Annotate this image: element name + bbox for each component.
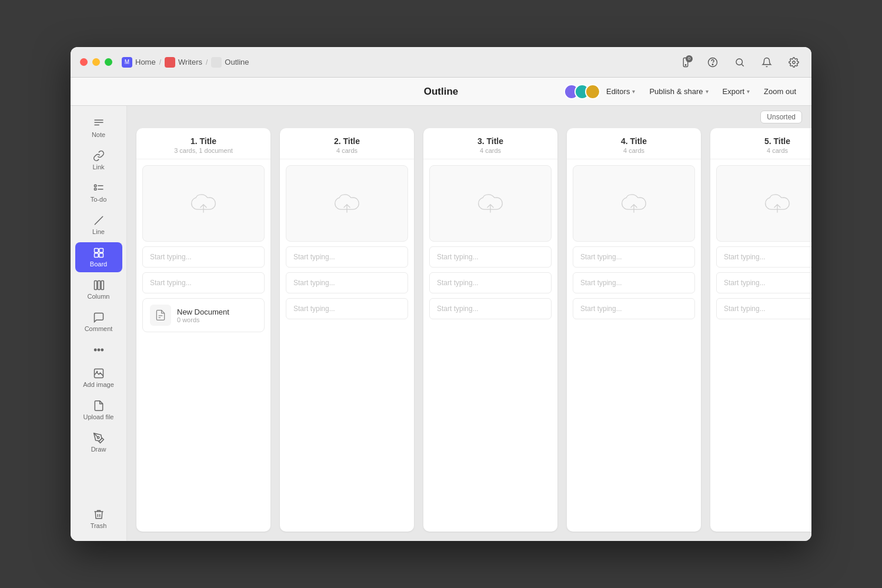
export-chevron: ▾ (747, 88, 750, 95)
card-text-col5-2[interactable]: Start typing... (716, 272, 811, 293)
settings-button[interactable] (786, 54, 802, 71)
card-upload-col4-0[interactable] (573, 165, 695, 242)
column-title-col3: 3. Title (432, 136, 549, 146)
card-upload-col3-0[interactable] (429, 165, 552, 242)
titlebar-actions: 0 (677, 54, 802, 71)
column-title-col1: 1. Title (145, 136, 262, 146)
card-upload-col1-0[interactable] (142, 165, 265, 242)
card-text-col4-1[interactable]: Start typing... (573, 246, 695, 268)
sidebar-item-column[interactable]: Column (75, 275, 122, 305)
sort-button[interactable]: Unsorted (760, 111, 802, 123)
maximize-button[interactable] (105, 58, 112, 66)
card-upload-col5-0[interactable] (716, 165, 811, 242)
sidebar-item-upload-file[interactable]: Upload file (75, 395, 122, 425)
add-image-icon (93, 368, 105, 379)
column-title-col5: 5. Title (719, 136, 811, 146)
column-col5: 5. Title4 cards Start typing...Start typ… (710, 128, 811, 532)
card-text-col3-2[interactable]: Start typing... (429, 272, 552, 293)
card-text-col3-1[interactable]: Start typing... (429, 246, 552, 268)
card-text-col2-3[interactable]: Start typing... (286, 298, 408, 319)
writers-icon (165, 57, 175, 68)
note-icon (93, 118, 105, 129)
card-text-col4-2[interactable]: Start typing... (573, 272, 695, 293)
column-subtitle-col3: 4 cards (432, 147, 549, 154)
notifications-button[interactable] (759, 54, 775, 71)
column-col3: 3. Title4 cards Start typing...Start typ… (423, 128, 557, 532)
column-title-col4: 4. Title (575, 136, 693, 146)
card-text-col3-3[interactable]: Start typing... (429, 298, 552, 319)
svg-point-17 (101, 349, 103, 350)
breadcrumb-home[interactable]: M Home (122, 57, 156, 68)
publish-share-label: Publish & share (649, 87, 703, 96)
sidebar-item-more[interactable] (75, 339, 122, 360)
sidebar-board-label: Board (90, 260, 107, 268)
column-body-col1: Start typing...Start typing... New Docum… (136, 159, 270, 532)
cloud-upload-icon (334, 193, 360, 214)
card-text-col4-3[interactable]: Start typing... (573, 298, 695, 319)
card-text-col5-3[interactable]: Start typing... (716, 298, 811, 319)
card-text-col2-2[interactable]: Start typing... (286, 272, 408, 293)
card-text-col1-2[interactable]: Start typing... (142, 272, 265, 293)
line-icon (93, 215, 105, 226)
trash-icon (93, 509, 105, 520)
column-subtitle-col5: 4 cards (719, 147, 811, 154)
svg-point-16 (98, 349, 99, 350)
svg-rect-7 (94, 188, 96, 190)
svg-rect-12 (94, 281, 96, 290)
sidebar-item-note[interactable]: Note (75, 113, 122, 143)
zoom-out-label: Zoom out (764, 87, 796, 96)
minimize-button[interactable] (92, 58, 100, 66)
upload-file-icon (93, 400, 105, 412)
column-col1: 1. Title3 cards, 1 document Start typing… (136, 128, 270, 532)
help-button[interactable] (704, 54, 721, 71)
sort-bar: Unsorted (127, 106, 811, 128)
breadcrumb-home-label: Home (135, 58, 156, 66)
sidebar: Note Link To-do Line (71, 106, 127, 541)
sidebar-upload-label: Upload file (83, 413, 114, 420)
svg-point-5 (793, 61, 796, 64)
svg-point-4 (736, 59, 743, 65)
sidebar-item-link[interactable]: Link (75, 145, 122, 175)
sidebar-item-line[interactable]: Line (75, 210, 122, 240)
sidebar-item-todo[interactable]: To-do (75, 178, 122, 208)
sidebar-item-comment[interactable]: Comment (75, 307, 122, 337)
breadcrumb-writers[interactable]: Writers (165, 57, 202, 68)
document-card-col1[interactable]: New Document 0 words (142, 298, 265, 332)
mobile-preview-button[interactable]: 0 (677, 54, 694, 71)
publish-share-button[interactable]: Publish & share ▾ (643, 84, 714, 99)
column-body-col4: Start typing...Start typing...Start typi… (567, 159, 701, 532)
sidebar-comment-label: Comment (85, 325, 113, 332)
sidebar-item-add-image[interactable]: Add image (75, 363, 122, 393)
mobile-badge: 0 (686, 55, 693, 62)
editors-button[interactable]: Editors ▾ (600, 84, 641, 99)
close-button[interactable] (80, 58, 88, 66)
document-info: New Document 0 words (177, 308, 257, 323)
column-header-col1: 1. Title3 cards, 1 document (136, 128, 270, 159)
board-area: 1. Title3 cards, 1 document Start typing… (127, 128, 811, 541)
app-window: M Home / Writers / Outline 0 (71, 47, 811, 541)
zoom-out-button[interactable]: Zoom out (758, 84, 802, 99)
column-body-col3: Start typing...Start typing...Start typi… (423, 159, 557, 532)
sidebar-line-label: Line (92, 228, 105, 235)
card-text-col2-1[interactable]: Start typing... (286, 246, 408, 268)
sidebar-draw-label: Draw (91, 446, 106, 453)
draw-icon (93, 432, 105, 444)
export-button[interactable]: Export ▾ (717, 84, 756, 99)
sort-label: Unsorted (767, 113, 796, 121)
sidebar-item-trash[interactable]: Trash (75, 504, 122, 534)
svg-rect-9 (99, 249, 103, 253)
sidebar-column-label: Column (88, 293, 110, 300)
sidebar-item-board[interactable]: Board (75, 242, 122, 272)
breadcrumb-outline[interactable]: Outline (211, 57, 249, 68)
column-body-col2: Start typing...Start typing...Start typi… (280, 159, 414, 532)
breadcrumb: M Home / Writers / Outline (122, 57, 249, 68)
publish-chevron: ▾ (706, 88, 709, 95)
sidebar-item-draw[interactable]: Draw (75, 427, 122, 457)
breadcrumb-writers-label: Writers (178, 58, 202, 66)
card-text-col1-1[interactable]: Start typing... (142, 246, 265, 268)
card-text-col5-1[interactable]: Start typing... (716, 246, 811, 268)
breadcrumb-sep-2: / (206, 58, 208, 66)
search-button[interactable] (731, 54, 748, 71)
sidebar-add-image-label: Add image (83, 381, 114, 388)
card-upload-col2-0[interactable] (286, 165, 408, 242)
